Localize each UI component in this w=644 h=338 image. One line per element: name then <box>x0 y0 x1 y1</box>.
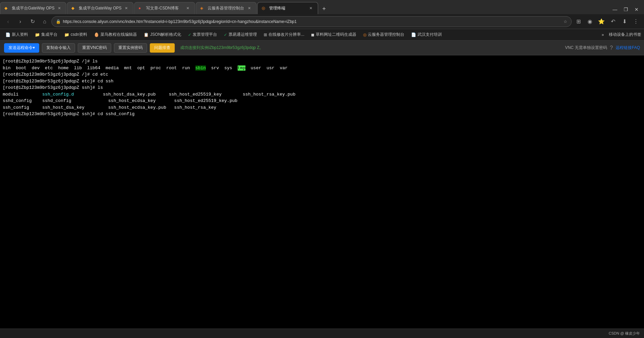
bookmark-icon-qrcode: ◼ <box>311 32 314 37</box>
main-content: [root@iZbp123m9br53gz6j3pdqpZ /]# ls bin… <box>0 55 644 329</box>
star-icon: ☆ <box>564 19 567 24</box>
tab-3-title: 写文章-CSDN博客 <box>146 5 183 11</box>
reset-instance-label: 重置实例密码 <box>118 45 143 51</box>
bookmark-piaoyitong[interactable]: ✓ 票易通运维管理 <box>221 30 260 39</box>
tab-2-close[interactable]: ✕ <box>124 6 129 11</box>
bookmark-icon-invoice: ✓ <box>188 32 191 37</box>
tab-2-favicon: ◆ <box>71 6 77 11</box>
tab-4[interactable]: ◈ 云服务器管理控制台 ✕ <box>196 2 257 14</box>
tab-5[interactable]: ◎ 管理终端 ✕ <box>257 2 318 14</box>
bookmark-csdn[interactable]: 📁 csdn资料 <box>62 30 90 39</box>
footer-right-text: CSDN @ 橡皮少年 <box>609 331 640 336</box>
bookmark-wuhan[interactable]: 📄 武汉支付培训 <box>408 30 445 39</box>
forward-button[interactable]: › <box>15 16 26 27</box>
bookmark-cloud[interactable]: ◎ 云服务器管理控制台 <box>360 30 407 39</box>
term-line-4: [root@iZbp123m9br53gz6j3pdqpZ etc]# cd s… <box>3 78 641 85</box>
close-button[interactable]: ✕ <box>632 5 641 14</box>
bookmark-resolution[interactable]: ⊞ 在线修改片分辨率... <box>261 30 307 39</box>
footer-bar: CSDN @ 橡皮少年 <box>0 329 644 338</box>
tab-bar: ◆ 集成平台GateWay OPS ✕ ◆ 集成平台GateWay OPS ✕ … <box>0 0 644 14</box>
tab-1-close[interactable]: ✕ <box>56 6 62 11</box>
history-button[interactable]: ↶ <box>607 16 618 27</box>
copy-cmd-label: 复制命令输入 <box>46 45 71 51</box>
tab-3[interactable]: ● 写文章-CSDN博客 ✕ <box>134 2 195 14</box>
reset-vnc-button[interactable]: 重置VNC密码 <box>78 43 111 53</box>
browser-window: ◆ 集成平台GateWay OPS ✕ ◆ 集成平台GateWay OPS ✕ … <box>0 0 644 338</box>
vnc-question-icon: ? <box>610 45 613 51</box>
term-line-5: [root@iZbp123m9br53gz6j3pdqpZ ssh]# ls <box>3 84 641 91</box>
new-tab-button[interactable]: + <box>319 3 330 14</box>
navigation-bar: ‹ › ↻ ⌂ 🔒 https://ecs.console.aliyun.com… <box>0 14 644 29</box>
home-button[interactable]: ⌂ <box>39 16 50 27</box>
tab-4-title: 云服务器管理控制台 <box>208 5 245 11</box>
tab-1[interactable]: ◆ 集成平台GateWay OPS ✕ <box>0 2 66 14</box>
term-line-3: [root@iZbp123m9br53gz6j3pdqpZ /]# cd etc <box>3 71 641 78</box>
vnc-label: VNC 无需单独设置密码 <box>565 45 607 51</box>
problem-label: 问题排查 <box>154 45 170 51</box>
tab-5-close[interactable]: ✕ <box>308 6 314 11</box>
footer-right: CSDN @ 橡皮少年 <box>609 331 640 336</box>
term-line-7: sshd_config sshd_config ssh_host_ecdsa_k… <box>3 98 641 104</box>
toolbar: 发送远程命令▾ 复制命令输入 重置VNC密码 重置实例密码 问题排查 成功连接到… <box>0 41 644 55</box>
bookmark-qrcode[interactable]: ◼ 草料网址二维码生成器 <box>308 30 359 39</box>
term-line-6: moduli ssh_config.d ssh_host_dsa_key.pub… <box>3 91 641 98</box>
bookmark-icon-new-user: 📄 <box>5 32 10 37</box>
tab-2-title: 集成平台GateWay OPS <box>79 5 121 11</box>
bookmark-icon-integration: 📁 <box>35 32 40 37</box>
address-bar[interactable]: 🔒 https://ecs.console.aliyun.com/vnc/ind… <box>51 16 572 27</box>
tab-4-close[interactable]: ✕ <box>247 6 252 11</box>
term-line-1: [root@iZbp123m9br53gz6j3pdqpZ /]# ls <box>3 58 641 65</box>
bookmark-integration[interactable]: 📁 集成平台 <box>32 30 60 39</box>
refresh-button[interactable]: ↻ <box>27 16 38 27</box>
tab-3-favicon: ● <box>139 6 144 11</box>
bookmark-icon-resolution: ⊞ <box>264 32 267 37</box>
nav-actions: ⊞ ◉ ⭐ ↶ ⬇ ⋮ <box>573 16 641 27</box>
bookmark-icon-piaoyitong: ✓ <box>224 32 227 37</box>
bookmark-runoob[interactable]: 🥚 菜鸟教程在线编辑器 <box>91 30 140 39</box>
reset-vnc-label: 重置VNC密码 <box>82 45 107 51</box>
bookmark-icon-cloud: ◎ <box>363 32 366 37</box>
bookmark-icon-csdn: 📁 <box>64 32 69 37</box>
bookmark-icon-runoob: 🥚 <box>94 32 99 37</box>
send-remote-cmd-button[interactable]: 发送远程命令▾ <box>4 43 39 53</box>
bookmark-button[interactable]: ⭐ <box>596 16 607 27</box>
reset-instance-button[interactable]: 重置实例密码 <box>114 43 147 53</box>
bookmark-icon-json: 📋 <box>144 32 149 37</box>
tab-1-title: 集成平台GateWay OPS <box>12 5 54 11</box>
terminal[interactable]: [root@iZbp123m9br53gz6j3pdqpZ /]# ls bin… <box>0 55 644 329</box>
toolbar-status: 成功连接到实例iZbp123m9br53gz6j3pdqp Z。 <box>177 45 562 51</box>
tab-2[interactable]: ◆ 集成平台GateWay OPS ✕ <box>67 2 133 14</box>
download-button[interactable]: ⬇ <box>619 16 630 27</box>
bookmark-json[interactable]: 📋 JSON解析格式化 <box>141 30 184 39</box>
tab-controls-right: — ❐ ✕ <box>610 5 644 14</box>
lock-icon: 🔒 <box>56 19 61 24</box>
remote-link-label[interactable]: 远程链接FAQ <box>616 45 640 51</box>
extensions-button[interactable]: ⊞ <box>573 16 584 27</box>
copy-cmd-button[interactable]: 复制命令输入 <box>42 43 75 53</box>
tab-3-close[interactable]: ✕ <box>185 6 191 11</box>
tab-5-favicon: ◎ <box>262 6 267 11</box>
minimize-button[interactable]: — <box>610 5 620 14</box>
address-text: https://ecs.console.aliyun.com/vnc/index… <box>63 19 562 24</box>
tab-1-favicon: ◆ <box>4 6 10 11</box>
tab-5-title: 管理终端 <box>269 5 306 11</box>
bookmarks-bar: 📄 新人资料 📁 集成平台 📁 csdn资料 🥚 菜鸟教程在线编辑器 📋 JSO… <box>0 29 644 41</box>
send-cmd-label: 发送远程命令▾ <box>8 45 35 51</box>
term-line-8: ssh_config ssh_host_dsa_key ssh_host_ecd… <box>3 104 641 111</box>
bookmark-invoice[interactable]: ✓ 发票管理平台 <box>185 30 220 39</box>
bookmarks-mobile-label: 移动设备上的书签 <box>609 32 641 37</box>
bookmark-icon-wuhan: 📄 <box>411 32 416 37</box>
profile-button[interactable]: ◉ <box>585 16 595 27</box>
bookmark-new-user[interactable]: 📄 新人资料 <box>3 30 31 39</box>
problem-button[interactable]: 问题排查 <box>150 43 175 53</box>
term-line-9: [root@iZbp123m9br53gz6j3pdqpZ ssh]# cd s… <box>3 111 641 118</box>
term-line-2: bin boot dev etc home lib lib64 media mn… <box>3 65 641 72</box>
bookmarks-more-icon[interactable]: » <box>602 32 604 37</box>
back-button[interactable]: ‹ <box>3 16 14 27</box>
bookmarks-more: » 移动设备上的书签 <box>602 32 641 37</box>
tab-4-favicon: ◈ <box>200 6 206 11</box>
toolbar-right: VNC 无需单独设置密码 ? 远程链接FAQ <box>565 45 640 51</box>
restore-button[interactable]: ❐ <box>621 5 630 14</box>
settings-button[interactable]: ⋮ <box>630 16 641 27</box>
